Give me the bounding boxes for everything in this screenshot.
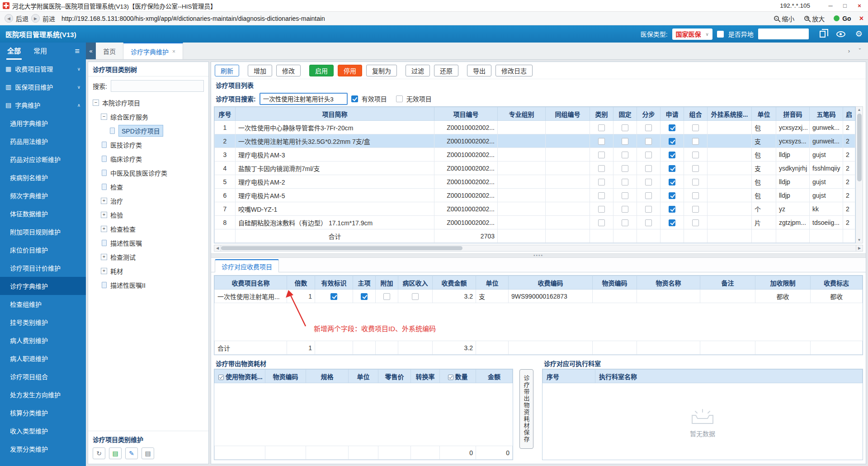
column-header[interactable]: 使用物资耗... — [215, 370, 265, 383]
tree-node[interactable]: 描述性医嘱 — [88, 236, 208, 250]
row-checkbox[interactable] — [361, 293, 368, 300]
eye-icon[interactable] — [836, 31, 845, 37]
zoom-out-label[interactable]: 缩小 — [782, 14, 794, 23]
tree-node[interactable]: +检验 — [88, 208, 208, 222]
tree-node[interactable]: 医技诊疗类 — [88, 138, 208, 152]
column-header[interactable]: 项目简称 — [236, 107, 434, 121]
row-checkbox[interactable] — [669, 206, 675, 213]
row-checkbox[interactable] — [330, 293, 337, 300]
row-checkbox[interactable] — [669, 192, 675, 199]
expand-toggle-icon[interactable]: + — [101, 198, 107, 204]
copy-as-button[interactable]: 复制为 — [366, 65, 397, 76]
sidebar-item[interactable]: 核算分类维护 — [0, 404, 86, 422]
row-checkbox[interactable] — [598, 165, 605, 172]
sidebar-item[interactable]: 病人职退维护 — [0, 349, 86, 367]
row-checkbox[interactable] — [622, 138, 628, 145]
column-header[interactable]: 拼音码 — [776, 107, 810, 121]
edit-button[interactable]: ✎ — [125, 447, 138, 459]
column-header[interactable]: 收费标志 — [811, 276, 863, 290]
tab-menu-caret-icon[interactable]: ˇ — [855, 47, 864, 56]
column-header[interactable]: 组合 — [684, 107, 708, 121]
column-header[interactable]: 病区收入 — [398, 276, 433, 290]
sidebar-item[interactable]: 发票分类维护 — [0, 440, 86, 458]
row-checkbox[interactable] — [383, 293, 390, 300]
tab-charge-items[interactable]: 诊疗对应收费项目 — [215, 259, 279, 272]
sidebar-item[interactable]: 疾病别名维护 — [0, 168, 86, 186]
row-checkbox[interactable] — [669, 138, 675, 145]
row-checkbox[interactable] — [622, 192, 628, 199]
sidebar-item[interactable]: 诊疗字典维护 — [0, 277, 86, 295]
row-checkbox[interactable] — [692, 124, 699, 131]
scroll-right-icon[interactable]: ▶ — [856, 245, 863, 252]
sidebar-item[interactable]: 收入类型维护 — [0, 422, 86, 440]
sidebar-tab-active[interactable]: 全部 — [6, 43, 22, 60]
table-row[interactable]: 5理疗电极片AM-2Z00010002002...包lldjpgujst2 — [215, 175, 855, 189]
column-header[interactable]: 倍数 — [287, 276, 315, 290]
refresh-button[interactable]: 刷新 — [215, 65, 239, 76]
horizontal-scroll-thumb[interactable] — [221, 246, 462, 250]
column-header[interactable]: 序号 — [215, 107, 236, 121]
tab-scroll-right-icon[interactable]: › — [844, 47, 854, 56]
column-header[interactable]: 外挂系统接... — [708, 107, 752, 121]
column-header[interactable]: 物资名称 — [637, 276, 700, 290]
sidebar-item[interactable]: 床位价目维护 — [0, 241, 86, 259]
column-header[interactable]: 类别 — [590, 107, 613, 121]
table-row[interactable]: 7咬嘴WD-YZ-1Z00010002002...个yzkk2 — [215, 202, 855, 216]
row-checkbox[interactable] — [598, 179, 605, 185]
column-header[interactable]: 收费金额 — [433, 276, 476, 290]
tree-node[interactable]: 描述性医嘱II — [88, 278, 208, 292]
collapse-toggle-icon[interactable]: − — [93, 100, 99, 106]
sidebar-item[interactable]: 诊疗项目组合 — [0, 367, 86, 385]
row-checkbox[interactable] — [669, 165, 675, 172]
sidebar-item[interactable]: 附加项目规则维护 — [0, 223, 86, 241]
sidebar-item[interactable]: 处方发生方向维护 — [0, 385, 86, 404]
table-row[interactable]: 4盐酸丁卡因内镜润滑剂7ml/支Z00010002002...支ysdkynjr… — [215, 162, 855, 175]
sidebar-item[interactable]: 通用字典维护 — [0, 114, 86, 132]
valid-checkbox[interactable] — [351, 95, 358, 102]
row-checkbox[interactable] — [669, 219, 675, 226]
table-row[interactable]: 6理疗电极片AM-5Z00010002002...包lldjpgujst2 — [215, 189, 855, 202]
sidebar-item[interactable]: 检查组维护 — [0, 295, 86, 313]
hscroll-track[interactable] — [221, 245, 856, 252]
add-button[interactable]: 增加 — [248, 65, 272, 76]
zoom-out-icon[interactable] — [774, 16, 779, 21]
row-checkbox[interactable] — [645, 192, 652, 199]
column-header[interactable]: 专业组别 — [498, 107, 546, 121]
material-save-button[interactable]: 诊疗带出物资耗材保存 — [519, 369, 533, 449]
column-header[interactable]: 五笔码 — [810, 107, 843, 121]
is-remote-checkbox[interactable] — [717, 31, 724, 38]
view-file-button[interactable]: ▤ — [142, 447, 154, 459]
hamburger-icon[interactable]: ≡ — [75, 47, 80, 56]
column-header[interactable]: 金额 — [476, 370, 513, 383]
row-checkbox[interactable] — [692, 138, 699, 145]
table-row[interactable]: 2一次性使用注射笔用针头32.5G*0.22mm 7支/盒Z0001000200… — [215, 134, 855, 148]
invalid-checkbox[interactable] — [396, 95, 403, 102]
horizontal-scrollbar[interactable]: ◀ ▶ — [214, 245, 863, 252]
insurance-type-select[interactable]: 国家医保 ∨ — [672, 29, 712, 40]
sidebar-group[interactable]: ▤字典维护∧ — [0, 96, 86, 114]
column-header[interactable]: 转换率 — [411, 370, 440, 383]
row-checkbox[interactable] — [622, 165, 628, 172]
project-search-input[interactable] — [259, 93, 348, 105]
row-checkbox[interactable] — [622, 179, 628, 185]
column-header[interactable]: 有效标识 — [315, 276, 353, 290]
sidebar-item[interactable]: 诊疗项目计价维护 — [0, 259, 86, 277]
collapse-sidebar-button[interactable]: « — [86, 43, 96, 59]
tree-node[interactable]: 中医及民族医诊疗类 — [88, 166, 208, 180]
address-bar[interactable]: http://192.168.5.131:8000/his-xmgl/app/#… — [61, 15, 325, 22]
sidebar-item[interactable]: 病人费别维护 — [0, 331, 86, 349]
row-checkbox[interactable] — [645, 124, 652, 131]
table-row[interactable]: 3理疗电极片AM-3Z00010002002...包lldjpgujst2 — [215, 148, 855, 162]
tree-search-input[interactable] — [111, 80, 204, 92]
row-checkbox[interactable] — [692, 179, 699, 185]
expand-toggle-icon[interactable]: + — [101, 212, 107, 218]
maximize-button[interactable]: □ — [839, 2, 851, 9]
scroll-down-icon[interactable]: ▼ — [858, 238, 861, 242]
row-checkbox[interactable] — [669, 152, 675, 158]
column-header[interactable]: 分步 — [637, 107, 660, 121]
row-checkbox[interactable] — [645, 206, 652, 213]
go-button[interactable]: Go — [842, 15, 851, 22]
modify-log-button[interactable]: 修改日志 — [495, 65, 533, 76]
back-label[interactable]: 后退 — [16, 14, 28, 23]
tree-node[interactable]: 检查 — [88, 180, 208, 194]
